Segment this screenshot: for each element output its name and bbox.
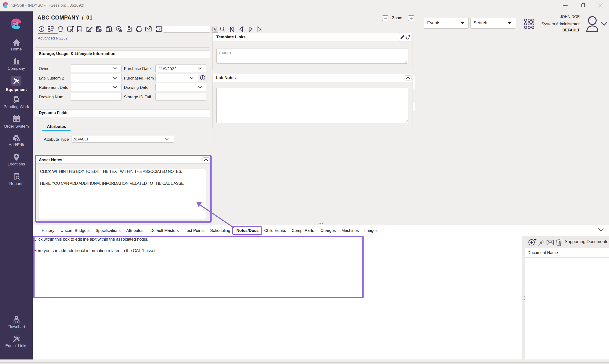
svg-text:$: $ [14,101,15,103]
svg-text:A: A [214,28,216,31]
